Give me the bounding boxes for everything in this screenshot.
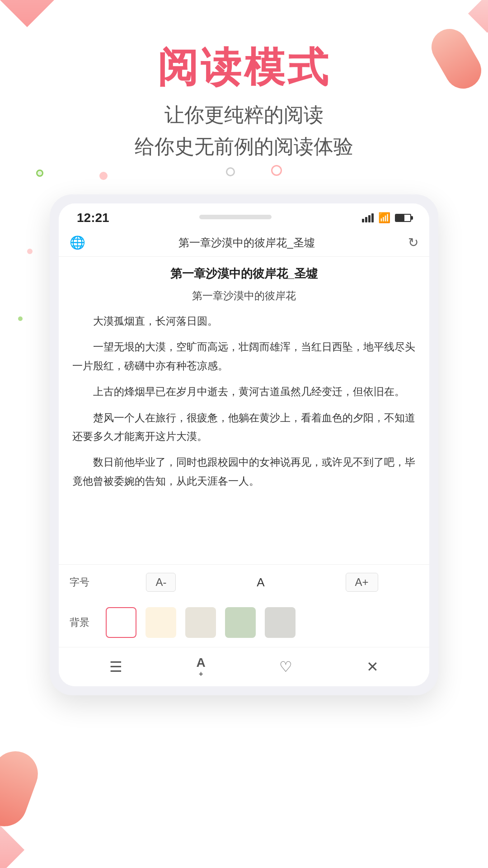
paragraph-5: 数日前他毕业了，同时也跟校园中的女神说再见，或许见不到了吧，毕竟他曾被委婉的告知…	[72, 453, 416, 491]
deco-dot-outline	[271, 165, 282, 176]
swatch-cream[interactable]	[145, 607, 176, 638]
deco-circle-green	[36, 170, 43, 177]
deco-top-left	[0, 0, 66, 27]
deco-circle-green2	[18, 316, 23, 321]
deco-circle-pink	[27, 249, 33, 254]
toolbar-menu-button[interactable]: ☰	[109, 658, 122, 675]
globe-icon[interactable]: 🌐	[70, 235, 85, 250]
signal-icon	[362, 213, 374, 222]
main-title: 阅读模式	[0, 45, 488, 90]
toolbar-close-button[interactable]: ✕	[366, 658, 379, 675]
paragraph-2: 一望无垠的大漠，空旷而高远，壮阔而雄浑，当红日西坠，地平线尽头一片殷红，磅礴中亦…	[72, 338, 416, 375]
paragraph-4: 楚风一个人在旅行，很疲惫，他躺在黄沙上，看着血色的夕阳，不知道还要多久才能离开这…	[72, 409, 416, 446]
swatch-gray[interactable]	[265, 607, 296, 638]
status-time: 12:21	[77, 211, 109, 225]
sub-title-line1: 让你更纯粹的阅读	[0, 99, 488, 131]
swatch-sage[interactable]	[225, 607, 256, 638]
deco-dot-pink	[99, 172, 108, 180]
bottom-toolbar: ☰ A+ ♡ ✕	[59, 647, 429, 686]
wifi-icon: 📶	[378, 212, 390, 224]
background-row: 背景	[59, 600, 429, 647]
font-size-label: 字号	[70, 576, 106, 589]
phone-notch	[199, 215, 272, 219]
reader-header: 🌐 第一章沙漠中的彼岸花_圣墟 ↻	[59, 229, 429, 257]
header-section: 阅读模式 让你更纯粹的阅读 给你史无前例的阅读体验	[0, 45, 488, 163]
font-decrease-button[interactable]: A-	[146, 573, 176, 592]
status-icons: 📶	[362, 212, 411, 224]
sub-chapter-title: 第一章沙漠中的彼岸花	[72, 289, 416, 303]
sub-title: 让你更纯粹的阅读 给你史无前例的阅读体验	[0, 99, 488, 163]
paragraph-1: 大漠孤烟直，长河落日圆。	[72, 312, 416, 330]
paragraph-3: 上古的烽烟早已在岁月中逝去，黄河古道虽然几经变迁，但依旧在。	[72, 382, 416, 401]
phone-inner: 12:21 📶	[59, 203, 429, 686]
reader-content: 第一章沙漠中的彼岸花_圣墟 第一章沙漠中的彼岸花 大漠孤烟直，长河落日圆。 一望…	[59, 257, 429, 564]
deco-bottom-left2	[0, 824, 24, 868]
deco-top-right2	[468, 0, 488, 33]
refresh-icon[interactable]: ↻	[408, 235, 418, 250]
sub-title-line2: 给你史无前例的阅读体验	[0, 131, 488, 162]
deco-dot-gray	[226, 167, 235, 176]
chapter-title: 第一章沙漠中的彼岸花_圣墟	[72, 266, 416, 282]
background-swatches	[106, 607, 418, 638]
font-controls: A- A A+	[106, 573, 418, 592]
status-bar: 12:21 📶	[59, 203, 429, 229]
font-size-row: 字号 A- A A+	[59, 564, 429, 600]
swatch-stone[interactable]	[185, 607, 216, 638]
swatch-white[interactable]	[106, 607, 136, 638]
battery-icon	[395, 214, 411, 222]
font-increase-button[interactable]: A+	[346, 573, 378, 592]
font-normal-button[interactable]: A	[257, 576, 264, 590]
reader-header-title: 第一章沙漠中的彼岸花_圣墟	[178, 236, 314, 250]
toolbar-font-button[interactable]: A+	[197, 656, 206, 678]
toolbar-favorite-button[interactable]: ♡	[279, 658, 292, 675]
background-label: 背景	[70, 616, 106, 629]
deco-bottom-left	[0, 745, 44, 833]
phone-mockup: 12:21 📶	[50, 194, 438, 695]
